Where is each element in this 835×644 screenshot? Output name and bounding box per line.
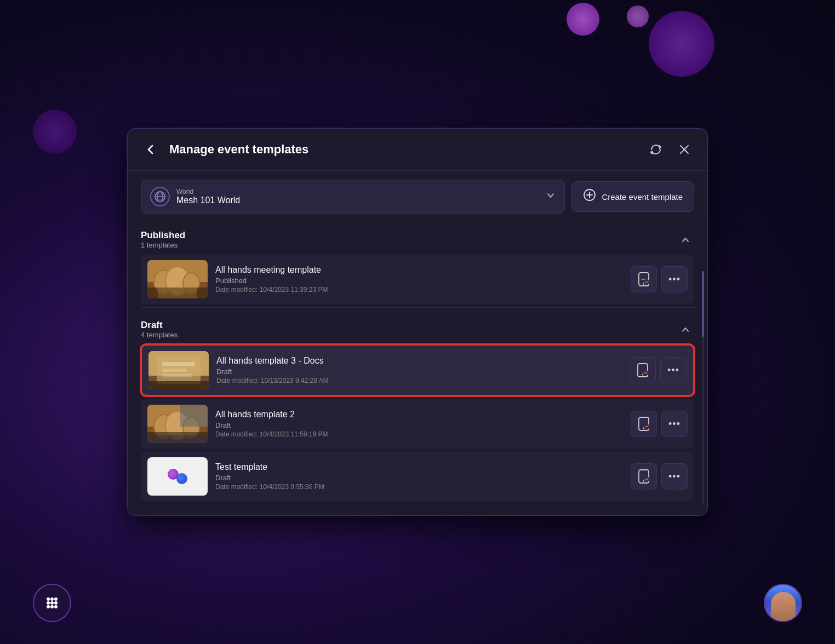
template-actions-test: •••: [631, 463, 688, 490]
svg-point-6: [47, 605, 50, 608]
svg-rect-18: [158, 288, 197, 298]
phone-minus-icon: [638, 272, 650, 286]
phone-action-button-0[interactable]: [631, 266, 657, 292]
template-actions: •••: [631, 266, 688, 292]
back-button[interactable]: [141, 140, 161, 159]
template-actions-2: •••: [631, 411, 688, 437]
svg-point-2: [54, 597, 58, 601]
draft-section-title: Draft: [141, 320, 178, 331]
more-options-button-3[interactable]: •••: [661, 463, 688, 490]
apps-button[interactable]: [33, 584, 71, 622]
world-globe-icon: [150, 187, 170, 206]
svg-point-8: [54, 605, 58, 608]
svg-point-5: [54, 601, 58, 605]
svg-rect-27: [162, 374, 192, 377]
chevron-up-icon: [680, 235, 690, 245]
bg-orb-4: [33, 110, 77, 153]
create-button-label: Create event template: [602, 192, 683, 202]
template-thumbnail-logo: [147, 457, 208, 496]
bg-orb-3: [627, 5, 649, 27]
svg-point-7: [50, 605, 54, 608]
template-thumbnail-arch-2: [147, 405, 208, 443]
svg-point-3: [47, 601, 50, 605]
dialog-header: Manage event templates: [128, 129, 707, 171]
published-collapse-button[interactable]: [677, 231, 694, 249]
template-name-3-docs: All hands template 3 - Docs: [216, 356, 622, 366]
dots-icon: •••: [668, 274, 680, 285]
section-divider-1: [141, 307, 694, 308]
plus-circle-icon: [583, 188, 596, 205]
published-section-count: 1 templates: [141, 241, 185, 249]
template-status-3-docs: Draft: [216, 367, 622, 376]
world-info: World Mesh 101 World: [176, 188, 539, 205]
template-status: Published: [215, 277, 623, 285]
dots-icon-1: •••: [667, 365, 679, 376]
create-event-template-button[interactable]: Create event template: [571, 181, 694, 212]
svg-point-1: [50, 597, 54, 601]
more-options-button-1[interactable]: •••: [660, 357, 687, 383]
dialog-title: Manage event templates: [169, 142, 637, 157]
bg-orb-2: [567, 3, 599, 36]
svg-rect-38: [147, 435, 208, 443]
dots-icon-3: •••: [668, 471, 680, 482]
template-name-2: All hands template 2: [215, 410, 623, 419]
template-name-test: Test template: [215, 462, 623, 472]
globe-svg: [154, 191, 166, 203]
avatar-button[interactable]: [764, 584, 802, 622]
svg-point-4: [50, 601, 54, 605]
bg-orb-1: [649, 11, 714, 77]
template-info-all-hands-meeting: All hands meeting template Published Dat…: [215, 265, 623, 294]
template-status-test: Draft: [215, 474, 623, 482]
svg-rect-26: [162, 369, 187, 372]
draft-section-header: Draft 4 templates: [141, 312, 694, 344]
world-selector[interactable]: World Mesh 101 World: [141, 180, 565, 214]
close-button[interactable]: [674, 140, 694, 159]
template-date-3-docs: Date modified: 10/13/2023 9:42:28 AM: [216, 377, 622, 384]
phone-icon-3: [638, 469, 650, 484]
chevron-down-icon: [546, 191, 556, 203]
template-item-all-hands-3-docs[interactable]: All hands template 3 - Docs Draft Date m…: [141, 344, 694, 396]
ms-logo: [168, 469, 187, 484]
draft-collapse-button[interactable]: [677, 321, 694, 338]
template-status-2: Draft: [215, 421, 623, 429]
svg-rect-25: [162, 362, 195, 366]
back-arrow-icon: [145, 143, 157, 156]
draft-section-count: 4 templates: [141, 331, 178, 339]
template-info-all-hands-3-docs: All hands template 3 - Docs Draft Date m…: [216, 356, 622, 384]
template-thumbnail-arch: [147, 260, 208, 298]
toolbar-row: World Mesh 101 World Create event templa…: [128, 171, 707, 222]
phone-icon-1: [637, 363, 649, 377]
template-date: Date modified: 10/4/2023 11:39:23 PM: [215, 286, 623, 294]
template-info-all-hands-2: All hands template 2 Draft Date modified…: [215, 410, 623, 438]
chevron-up-icon-2: [680, 325, 690, 335]
phone-action-button-3[interactable]: [631, 463, 657, 490]
published-section-title: Published: [141, 230, 185, 241]
world-name: Mesh 101 World: [176, 196, 539, 205]
svg-rect-28: [148, 381, 209, 389]
world-label: World: [176, 188, 539, 196]
template-item-all-hands-2[interactable]: All hands template 2 Draft Date modified…: [141, 399, 694, 449]
logo-dot-blue: [176, 473, 187, 484]
svg-point-0: [47, 597, 50, 601]
template-item-all-hands-meeting[interactable]: All hands meeting template Published Dat…: [141, 255, 694, 304]
template-item-test[interactable]: Test template Draft Date modified: 10/4/…: [141, 452, 694, 501]
more-options-button-0[interactable]: •••: [661, 266, 688, 292]
scrollbar-thumb: [702, 271, 704, 337]
content-area: Published 1 templates: [128, 222, 707, 515]
phone-action-button-1[interactable]: [630, 357, 656, 383]
phone-icon-2: [638, 417, 650, 431]
more-options-button-2[interactable]: •••: [661, 411, 688, 437]
avatar-image: [765, 585, 801, 621]
grid-icon: [44, 595, 60, 611]
close-icon: [679, 144, 690, 155]
published-section-header: Published 1 templates: [141, 222, 694, 255]
refresh-button[interactable]: [646, 140, 666, 159]
template-actions-3-docs: •••: [630, 357, 687, 383]
refresh-icon: [650, 143, 662, 156]
template-thumbnail-modern: [148, 351, 209, 389]
template-info-test: Test template Draft Date modified: 10/4/…: [215, 462, 623, 491]
scrollbar-track[interactable]: [702, 271, 704, 504]
template-date-2: Date modified: 10/4/2023 11:59:19 PM: [215, 430, 623, 438]
svg-rect-39: [180, 405, 208, 427]
phone-action-button-2[interactable]: [631, 411, 657, 437]
